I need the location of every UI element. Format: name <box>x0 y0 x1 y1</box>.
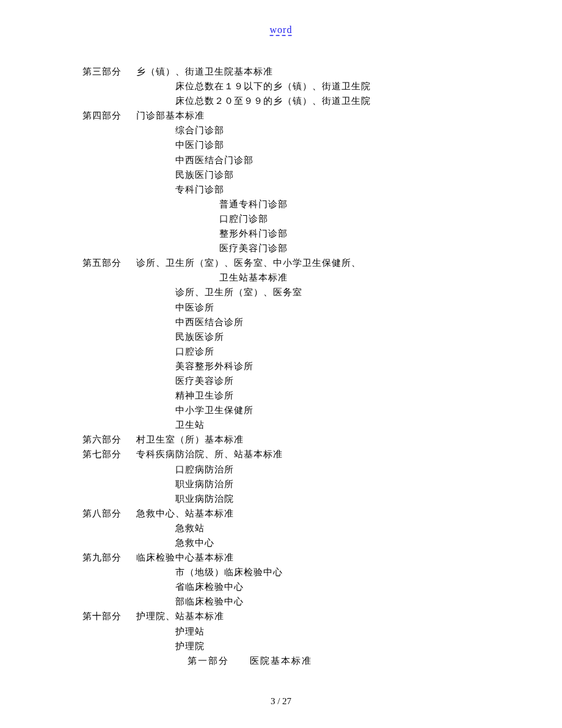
toc-item: 口腔病防治所 <box>175 462 486 477</box>
part-label: 第十部分 <box>82 609 131 623</box>
toc-item: 省临床检验中心 <box>175 579 486 594</box>
toc-subitem: 医疗美容门诊部 <box>219 241 486 256</box>
toc-item: 急救中心 <box>175 535 486 550</box>
header-link[interactable]: word <box>270 22 293 38</box>
toc-item: 职业病防治院 <box>175 491 486 506</box>
toc-item: 民族医诊所 <box>175 329 486 344</box>
part-label: 第四部分 <box>82 108 131 123</box>
toc-subitem: 整形外科门诊部 <box>219 226 486 241</box>
toc-item: 诊所、卫生所（室）、医务室 <box>175 285 486 300</box>
toc-item: 护理院 <box>175 639 486 653</box>
toc-item: 部临床检验中心 <box>175 594 486 609</box>
toc-content: 第三部分乡（镇）、街道卫生院基本标准 床位总数在１９以下的乡（镇）、街道卫生院 … <box>82 64 486 668</box>
part-title: 乡（镇）、街道卫生院基本标准 <box>136 64 273 79</box>
part-label: 第九部分 <box>82 550 131 565</box>
toc-subitem: 口腔门诊部 <box>219 211 486 226</box>
toc-item: 专科门诊部 <box>175 182 486 197</box>
part-title-cont: 卫生站基本标准 <box>219 270 486 285</box>
part-label: 第三部分 <box>82 64 131 79</box>
toc-item: 美容整形外科诊所 <box>175 359 486 373</box>
part-title: 门诊部基本标准 <box>136 108 205 123</box>
toc-item: 综合门诊部 <box>175 123 486 138</box>
toc-item: 床位总数在１９以下的乡（镇）、街道卫生院 <box>175 79 486 94</box>
toc-item: 医疗美容诊所 <box>175 373 486 388</box>
toc-item: 中医诊所 <box>175 300 486 315</box>
part-label: 第八部分 <box>82 506 131 521</box>
part-title: 村卫生室（所）基本标准 <box>136 432 244 447</box>
toc-item: 护理站 <box>175 624 486 639</box>
toc-subitem: 普通专科门诊部 <box>219 197 486 211</box>
part-title: 急救中心、站基本标准 <box>136 506 234 521</box>
toc-item: 市（地级）临床检验中心 <box>175 565 486 579</box>
toc-item: 急救站 <box>175 521 486 535</box>
part-title: 专科疾病防治院、所、站基本标准 <box>136 447 283 461</box>
toc-item: 中医门诊部 <box>175 138 486 152</box>
toc-item: 中西医结合门诊部 <box>175 153 486 167</box>
page-number: 3 / 27 <box>271 694 291 708</box>
toc-item: 精神卫生诊所 <box>175 388 486 403</box>
toc-item: 中小学卫生保健所 <box>175 403 486 417</box>
part-label: 第六部分 <box>82 432 131 447</box>
part-title: 诊所、卫生所（室）、医务室、中小学卫生保健所、 <box>136 256 361 270</box>
toc-item: 中西医结合诊所 <box>175 315 486 329</box>
toc-item: 床位总数２０至９９的乡（镇）、街道卫生院 <box>175 94 486 108</box>
toc-item: 职业病防治所 <box>175 477 486 491</box>
section-heading: 第一部分 医院基本标准 <box>188 653 486 668</box>
toc-item: 卫生站 <box>175 417 486 432</box>
part-label: 第七部分 <box>82 447 131 461</box>
part-label: 第五部分 <box>82 256 131 270</box>
toc-item: 口腔诊所 <box>175 344 486 359</box>
part-title: 临床检验中心基本标准 <box>136 550 234 565</box>
toc-item: 民族医门诊部 <box>175 167 486 182</box>
part-title: 护理院、站基本标准 <box>136 609 224 623</box>
